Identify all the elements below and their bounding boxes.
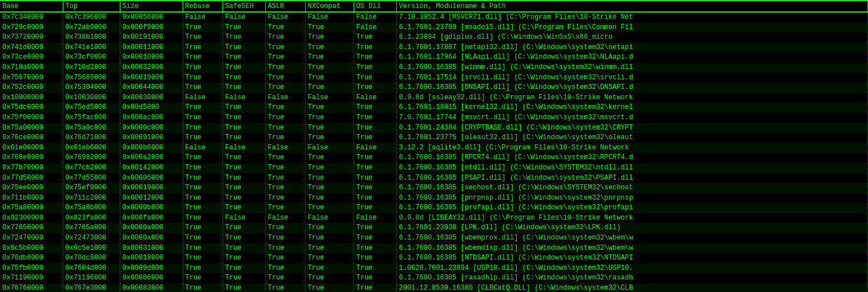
table-cell: 0x75fac000 <box>63 113 120 123</box>
table-cell: False <box>354 23 396 33</box>
table-row[interactable]: 0x711b00000x711c20000x00012000TrueTrueTr… <box>0 193 868 204</box>
table-row[interactable]: 0x75f000000x75fac0000x000ac000TrueTrueTr… <box>0 113 868 123</box>
header-base: Base <box>0 1 63 12</box>
table-cell: True <box>222 263 265 274</box>
table-cell: False <box>265 93 305 103</box>
table-cell: 0x6c5b0000 <box>0 244 63 254</box>
table-cell: True <box>182 103 222 113</box>
table-cell: True <box>265 113 305 123</box>
table-cell: True <box>354 223 396 233</box>
table-cell: 0x75689000 <box>63 73 120 83</box>
table-cell: 0x77650000 <box>0 223 63 233</box>
table-cell: False <box>305 93 354 103</box>
table-cell: 6.1.7601.23930 [LPK.dll] (C:\Windows\sys… <box>396 223 868 233</box>
table-cell: True <box>354 123 396 133</box>
table-row[interactable]: 0x710a00000x710d20000x00032000TrueTrueTr… <box>0 63 868 73</box>
table-cell: True <box>222 273 265 283</box>
table-cell: 7.0.7601.17744 [msvcrt.dll] (C:\Windows\… <box>396 113 868 123</box>
table-row[interactable]: 0x75ee00000x75ef90000x00019000TrueTrueTr… <box>0 183 868 193</box>
table-row[interactable]: 0x77b700000x77cb20000x00142000TrueTrueTr… <box>0 163 868 173</box>
table-cell: True <box>222 283 265 292</box>
table-cell: 0.9.8d [ssleay32.dll] (C:\Program Files\… <box>396 93 868 103</box>
table-cell: 0x729c0000 <box>0 23 63 33</box>
table-cell: True <box>222 33 265 43</box>
table-row[interactable]: 0x724700000x724730000x0000a000TrueTrueTr… <box>0 233 868 244</box>
table-cell: True <box>182 73 222 83</box>
table-row[interactable]: 0x77d500000x77d550000x00005000TrueTrueTr… <box>0 173 868 184</box>
table-cell: 1.0626.7601.23894 [USP10.dll] (C:\Window… <box>396 263 868 274</box>
table-cell: True <box>265 173 305 184</box>
table-cell: False <box>182 12 222 23</box>
table-cell: 6.1.7600.16385 [NTDSAPI.dll] (C:\Windows… <box>396 253 868 263</box>
table-cell: 6.1.23894 [gdiplus.dll] (C:\Windows\WinS… <box>396 33 868 43</box>
table-cell: 0x00030000 <box>120 93 182 103</box>
table-cell: False <box>305 12 354 23</box>
table-cell: 0x710d2000 <box>63 63 120 73</box>
table-row[interactable]: 0x61e000000x61eb60000x000b6000FalseFalse… <box>0 143 868 153</box>
table-cell: True <box>222 244 265 254</box>
table-row[interactable]: 0x729c00000x72ab90000x000f9000TrueTrueTr… <box>0 23 868 33</box>
module-table-container: Base Top Size Rebase SafeSEH ASLR NXComp… <box>0 0 868 292</box>
table-cell: 0x72473000 <box>63 233 120 244</box>
table-cell: True <box>305 123 354 133</box>
table-row[interactable]: 0x76ce00000x76d710000x00091000TrueTrueTr… <box>0 133 868 143</box>
table-cell: True <box>182 153 222 163</box>
table-cell: 0x00142000 <box>120 163 182 173</box>
table-cell: True <box>354 153 396 163</box>
table-cell: True <box>265 273 305 283</box>
table-cell: 0x76ce0000 <box>0 133 63 143</box>
table-row[interactable]: 0x70db00000x70dc80000x00018000TrueTrueTr… <box>0 253 868 263</box>
table-row[interactable]: 0x023000000x023fa0000x000fa000TrueFalseF… <box>0 213 868 224</box>
table-cell: 6.1.7600.16385 [winmm.dll] (C:\Windows\s… <box>396 63 868 73</box>
table-row[interactable]: 0x75a800000x75a8b0000x0000b000TrueTrueTr… <box>0 203 868 213</box>
table-cell: True <box>305 52 354 63</box>
table-cell: 0x73ce0000 <box>0 52 63 63</box>
table-cell: 0x71190000 <box>0 273 63 283</box>
table-cell: False <box>354 93 396 103</box>
table-row[interactable]: 0x768e00000x769820000x000a2000TrueTrueTr… <box>0 153 868 163</box>
table-cell: True <box>265 23 305 33</box>
table-row[interactable]: 0x737200000x738b10000x00191000TrueTrueTr… <box>0 33 868 43</box>
table-cell: 0x0000b000 <box>120 203 182 213</box>
table-cell: 0x00019000 <box>120 73 182 83</box>
table-cell: 0x61eb6000 <box>63 143 120 153</box>
table-cell: 0x75a0c000 <box>63 123 120 133</box>
table-cell: 0x71196000 <box>63 273 120 283</box>
table-cell: True <box>222 73 265 83</box>
table-row[interactable]: 0x741d00000x741e10000x00011000TrueTrueTr… <box>0 43 868 53</box>
table-cell: 7.10.3052.4 [MSVCR71.dll] (C:\Program Fi… <box>396 12 868 23</box>
table-cell: True <box>354 233 396 244</box>
table-cell: True <box>222 193 265 204</box>
table-cell: True <box>265 233 305 244</box>
table-cell: True <box>182 133 222 143</box>
table-row[interactable]: 0x711900000x711960000x00006000TrueTrueTr… <box>0 273 868 283</box>
header-version: Version, Modulename & Path <box>396 1 868 12</box>
table-row[interactable]: 0x776500000x7765a0000x0000a000TrueTrueTr… <box>0 223 868 233</box>
table-cell: True <box>182 43 222 53</box>
table-row[interactable]: 0x75a000000x75a0c0000x0000c000TrueTrueTr… <box>0 123 868 133</box>
table-row[interactable]: 0x7c3400000x7c3960000x00056000FalseFalse… <box>0 12 868 23</box>
table-cell: 6.1.7600.16385 [wbemprox.dll] (C:\Window… <box>396 233 868 244</box>
table-row[interactable]: 0x756700000x756890000x00019000TrueTrueTr… <box>0 73 868 83</box>
table-cell: 0x70dc8000 <box>63 253 120 263</box>
table-cell: 0x75670000 <box>0 73 63 83</box>
table-cell: True <box>354 113 396 123</box>
table-row[interactable]: 0x100000000x100300000x00030000FalseFalse… <box>0 93 868 103</box>
table-row[interactable]: 0x75fb00000x7604d0000x0009d000TrueTrueTr… <box>0 263 868 274</box>
table-cell: True <box>222 52 265 63</box>
table-cell: True <box>305 163 354 173</box>
table-cell: 0x00006000 <box>120 273 182 283</box>
table-cell: 0x00018000 <box>120 253 182 263</box>
table-row[interactable]: 0x6c5b00000x6c5e10000x00031000TrueTrueTr… <box>0 244 868 254</box>
table-row[interactable]: 0x75dc00000x75ed50000x00d5000TrueTrueTru… <box>0 103 868 113</box>
table-row[interactable]: 0x752c00000x753040000x00044000TrueTrueTr… <box>0 83 868 93</box>
table-cell: True <box>305 263 354 274</box>
table-row[interactable]: 0x73ce00000x73cf00000x00010000TrueTrueTr… <box>0 52 868 63</box>
table-row[interactable]: 0x767600000x767e30000x00083000TrueTrueTr… <box>0 283 868 292</box>
table-cell: True <box>265 153 305 163</box>
table-cell: 6.1.7600.16385 [sechost.dll] (C:\Windows… <box>396 183 868 193</box>
table-cell: 0x75f00000 <box>0 113 63 123</box>
table-cell: 0x77b70000 <box>0 163 63 173</box>
table-cell: True <box>305 33 354 43</box>
table-cell: True <box>354 133 396 143</box>
